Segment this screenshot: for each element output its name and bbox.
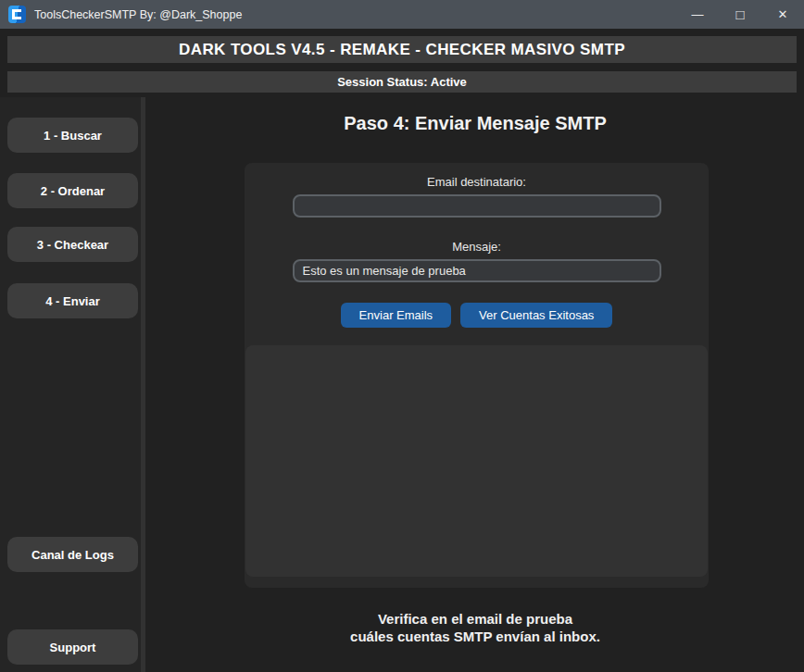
close-icon: ✕ (778, 8, 788, 20)
smtp-send-panel: Email destinatario: Mensaje: Enviar Emai… (245, 163, 709, 588)
canal-de-logs-button[interactable]: Canal de Logs (7, 537, 138, 572)
app-window: ToolsCheckerSMTP By: @Dark_Shoppe — □ ✕ … (0, 0, 804, 672)
sidebar-divider (141, 97, 145, 672)
session-status-bar: Session Status: Active (7, 71, 797, 93)
footer-hint: Verifica en el email de prueba cuáles cu… (146, 610, 804, 645)
sidebar: 1 - Buscar 2 - Ordenar 3 - Checkear 4 - … (0, 97, 141, 672)
app-header-banner: DARK TOOLS V4.5 - REMAKE - CHECKER MASIV… (7, 36, 797, 63)
enviar-emails-button[interactable]: Enviar Emails (341, 303, 451, 328)
mensaje-input[interactable] (293, 259, 661, 282)
mensaje-label: Mensaje: (245, 240, 709, 254)
close-button[interactable]: ✕ (761, 0, 804, 29)
email-destinatario-input[interactable] (293, 194, 661, 218)
maximize-icon: □ (735, 7, 744, 21)
page-title: Paso 4: Enviar Mensaje SMTP (146, 113, 804, 134)
action-button-row: Enviar Emails Ver Cuentas Exitosas (245, 303, 709, 328)
window-title: ToolsCheckerSMTP By: @Dark_Shoppe (34, 8, 242, 21)
ver-cuentas-exitosas-button[interactable]: Ver Cuentas Exitosas (460, 303, 612, 328)
maximize-button[interactable]: □ (719, 0, 761, 29)
sidebar-item-enviar[interactable]: 4 - Enviar (7, 283, 138, 318)
output-log-area[interactable] (245, 345, 708, 577)
minimize-icon: — (692, 8, 704, 20)
app-icon (8, 6, 26, 23)
email-destinatario-label: Email destinatario: (245, 175, 709, 189)
footer-hint-line2: cuáles cuentas SMTP envían al inbox. (146, 628, 804, 645)
sidebar-item-ordenar[interactable]: 2 - Ordenar (7, 173, 138, 208)
window-controls: — □ ✕ (676, 0, 804, 29)
minimize-button[interactable]: — (676, 0, 719, 29)
footer-hint-line1: Verifica en el email de prueba (146, 610, 804, 628)
title-bar[interactable]: ToolsCheckerSMTP By: @Dark_Shoppe — □ ✕ (0, 0, 804, 29)
sidebar-item-buscar[interactable]: 1 - Buscar (7, 118, 138, 153)
support-button[interactable]: Support (7, 629, 138, 665)
sidebar-item-checkear[interactable]: 3 - Checkear (7, 227, 138, 262)
